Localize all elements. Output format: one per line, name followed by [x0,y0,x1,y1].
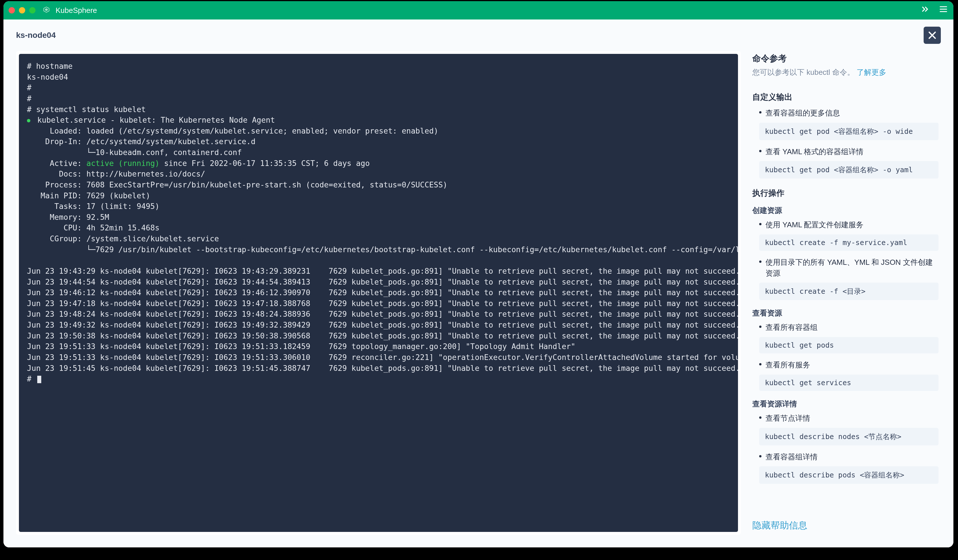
help-item: 查看容器组的更多信息 [752,108,939,119]
term-line: Docs: http://kubernetes.io/docs/ [27,170,205,178]
term-line: Main PID: 7629 (kubelet) [27,191,151,200]
window-minimize-dot[interactable] [19,7,25,13]
window-controls [9,7,35,13]
section-exec: 执行操作 [752,188,939,198]
term-active-status: active (running) [86,159,159,168]
help-panel: 命令参考 您可以参考以下 kubectl 命令。 了解更多 自定义输出 查看容器… [752,51,941,535]
close-button[interactable] [924,27,941,44]
term-log: Jun 23 19:43:29 ks-node04 kubelet[7629]:… [27,267,738,275]
command-box[interactable]: kubectl create -f my-service.yaml [759,235,939,251]
help-item-label: 查看所有服务 [766,360,810,371]
kubesphere-logo-icon [43,6,51,14]
page-title: ks-node04 [16,31,56,40]
term-line: Memory: 92.5M [27,213,109,222]
term-line: Process: 7608 ExecStartPre=/usr/bin/kube… [27,180,447,189]
help-item: 查看 YAML 格式的容器组详情 [752,146,939,157]
help-item: 查看所有服务 [752,360,939,371]
help-item: 查看容器组详情 [752,452,939,463]
subsection-view: 查看资源 [752,308,939,318]
window-zoom-dot[interactable] [29,7,35,13]
command-box[interactable]: kubectl describe pods <容器组名称> [759,466,939,484]
help-item-label: 查看容器组详情 [766,452,818,463]
more-icon[interactable] [920,4,930,16]
term-line: CGroup: /system.slice/kubelet.service [27,234,219,243]
help-item-label: 使用 YAML 配置文件创建服务 [766,219,863,230]
content-area: # hostname ks-node04 # # # systemctl sta… [3,51,953,547]
term-log: Jun 23 19:51:33 ks-node04 kubelet[7629]:… [27,342,576,351]
command-box[interactable]: kubectl get pod <容器组名称> -o wide [759,123,939,140]
help-item-label: 查看 YAML 格式的容器组详情 [766,146,863,157]
bullet-icon [759,111,761,114]
term-line: # hostname [27,62,73,70]
hide-help-link[interactable]: 隐藏帮助信息 [752,520,807,530]
command-box[interactable]: kubectl get pod <容器组名称> -o yaml [759,161,939,179]
bullet-icon [759,223,761,225]
app-title: KubeSphere [56,6,97,15]
command-box[interactable]: kubectl describe nodes <节点名称> [759,428,939,445]
term-line: Drop-In: /etc/systemd/system/kubelet.ser… [27,137,255,146]
subsection-detail: 查看资源详情 [752,399,939,409]
help-item-label: 查看节点详情 [766,413,810,424]
term-line: # [27,83,32,92]
section-custom-output: 自定义输出 [752,92,939,103]
help-item-label: 查看所有容器组 [766,322,818,333]
term-line: └─10-kubeadm.conf, containerd.conf [27,148,242,157]
term-line: kubelet.service - kubelet: The Kubernete… [33,116,275,124]
term-line: # [27,94,32,103]
title-bar: KubeSphere [3,1,953,19]
subsection-create: 创建资源 [752,206,939,216]
help-item: 查看所有容器组 [752,322,939,333]
term-prompt: # [27,374,36,383]
status-dot-icon [27,119,30,122]
term-line-active-post: since Fri 2022-06-17 11:35:35 CST; 6 day… [160,159,370,168]
term-log: Jun 23 19:51:33 ks-node04 kubelet[7629]:… [27,353,738,362]
command-box[interactable]: kubectl get pods [759,337,939,353]
term-line: ks-node04 [27,73,68,81]
help-item-label: 使用目录下的所有 YAML、YML 和 JSON 文件创建资源 [766,257,939,279]
bullet-icon [759,325,761,328]
bullet-icon [759,416,761,419]
bullet-icon [759,455,761,457]
help-item: 查看节点详情 [752,413,939,424]
page-header: ks-node04 [3,19,953,51]
term-line: Tasks: 17 (limit: 9495) [27,202,160,211]
term-log: Jun 23 19:46:12 ks-node04 kubelet[7629]:… [27,288,738,297]
bullet-icon [759,260,761,263]
term-log: Jun 23 19:48:24 ks-node04 kubelet[7629]:… [27,309,738,319]
command-box[interactable]: kubectl create -f <目录> [759,282,939,300]
term-line: Loaded: loaded (/etc/systemd/system/kube… [27,126,438,135]
term-line: CPU: 4h 52min 15.468s [27,223,160,232]
help-item: 使用 YAML 配置文件创建服务 [752,219,939,230]
help-item: 使用目录下的所有 YAML、YML 和 JSON 文件创建资源 [752,257,939,279]
command-box[interactable]: kubectl get services [759,374,939,391]
window-close-dot[interactable] [9,7,15,13]
bullet-icon [759,150,761,152]
terminal-pane: # hostname ks-node04 # # # systemctl sta… [16,51,741,535]
app-body: ks-node04 # hostname ks-node04 # # # sys… [3,19,953,547]
help-subtitle-text: 您可以参考以下 kubectl 命令。 [752,68,855,76]
hamburger-menu-icon[interactable] [939,4,948,16]
term-log: Jun 23 19:49:32 ks-node04 kubelet[7629]:… [27,320,738,329]
bullet-icon [759,363,761,365]
help-title: 命令参考 [752,53,939,65]
term-log: Jun 23 19:51:45 ks-node04 kubelet[7629]:… [27,364,738,373]
app-window: KubeSphere ks-node04 # hostname ks-node0… [3,1,953,547]
term-line: └─7629 /usr/bin/kubelet --bootstrap-kube… [27,245,738,254]
term-log: Jun 23 19:47:18 ks-node04 kubelet[7629]:… [27,299,738,308]
term-line-active-pre: Active: [27,159,86,168]
term-log: Jun 23 19:44:54 ks-node04 kubelet[7629]:… [27,278,738,286]
term-line: # systemctl status kubelet [27,105,146,114]
learn-more-link[interactable]: 了解更多 [856,68,887,76]
help-item-label: 查看容器组的更多信息 [766,108,840,119]
term-log: Jun 23 19:50:38 ks-node04 kubelet[7629]:… [27,331,738,340]
terminal[interactable]: # hostname ks-node04 # # # systemctl sta… [19,54,738,532]
help-subtitle: 您可以参考以下 kubectl 命令。 了解更多 [752,67,939,78]
terminal-cursor [37,376,41,383]
close-icon [927,30,937,40]
